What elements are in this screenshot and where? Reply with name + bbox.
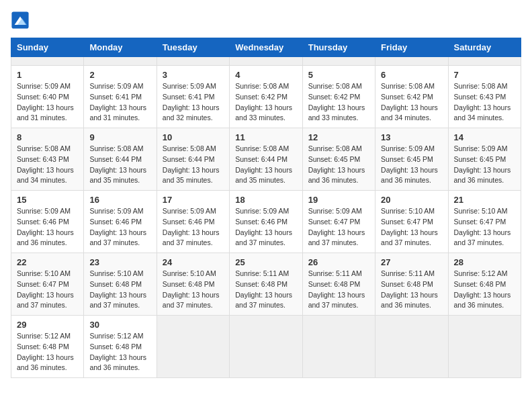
day-info: Sunrise: 5:08 AMSunset: 6:42 PMDaylight:… [308,81,369,124]
day-number: 22 [17,257,78,267]
day-info: Sunrise: 5:09 AMSunset: 6:46 PMDaylight:… [235,206,296,248]
calendar-header: SundayMondayTuesdayWednesdayThursdayFrid… [11,38,521,57]
day-number: 12 [308,132,369,142]
day-number: 29 [17,320,78,330]
day-number: 20 [381,195,442,205]
day-number: 13 [381,132,442,142]
header-cell-sunday: Sunday [11,38,84,57]
day-number: 10 [163,132,224,142]
page-header [11,11,521,30]
week-row-4: 15Sunrise: 5:09 AMSunset: 6:46 PMDayligh… [11,191,521,253]
week-row-3: 8Sunrise: 5:08 AMSunset: 6:43 PMDaylight… [11,128,521,191]
day-info: Sunrise: 5:12 AMSunset: 6:48 PMDaylight:… [454,269,515,311]
day-info: Sunrise: 5:12 AMSunset: 6:48 PMDaylight:… [17,331,78,373]
header-cell-tuesday: Tuesday [157,38,229,57]
day-info: Sunrise: 5:11 AMSunset: 6:48 PMDaylight:… [308,269,369,311]
day-cell [448,57,521,66]
day-cell [448,316,521,378]
header-cell-thursday: Thursday [302,38,375,57]
day-cell: 28Sunrise: 5:12 AMSunset: 6:48 PMDayligh… [448,253,521,316]
day-number: 9 [89,132,150,142]
day-cell [11,57,84,66]
day-number: 15 [17,195,78,205]
day-cell: 22Sunrise: 5:10 AMSunset: 6:47 PMDayligh… [11,253,84,316]
week-row-2: 1Sunrise: 5:09 AMSunset: 6:40 PMDaylight… [11,66,521,128]
logo-icon [11,11,30,30]
day-info: Sunrise: 5:09 AMSunset: 6:47 PMDaylight:… [308,206,369,248]
day-number: 28 [454,257,515,267]
day-info: Sunrise: 5:11 AMSunset: 6:48 PMDaylight:… [235,269,296,311]
day-number: 1 [17,70,78,80]
day-cell: 20Sunrise: 5:10 AMSunset: 6:47 PMDayligh… [375,191,448,253]
day-cell [375,57,448,66]
day-number: 2 [89,70,150,80]
header-cell-monday: Monday [84,38,157,57]
day-info: Sunrise: 5:08 AMSunset: 6:43 PMDaylight:… [454,81,515,124]
day-info: Sunrise: 5:09 AMSunset: 6:45 PMDaylight:… [381,144,442,186]
day-cell: 4Sunrise: 5:08 AMSunset: 6:42 PMDaylight… [230,66,302,128]
day-cell: 17Sunrise: 5:09 AMSunset: 6:46 PMDayligh… [157,191,229,253]
day-number: 14 [454,132,515,142]
day-cell: 25Sunrise: 5:11 AMSunset: 6:48 PMDayligh… [230,253,302,316]
day-number: 8 [17,132,78,142]
day-cell: 16Sunrise: 5:09 AMSunset: 6:46 PMDayligh… [84,191,157,253]
day-cell [230,57,302,66]
day-cell: 6Sunrise: 5:08 AMSunset: 6:42 PMDaylight… [375,66,448,128]
day-info: Sunrise: 5:09 AMSunset: 6:46 PMDaylight:… [163,206,224,248]
day-cell: 13Sunrise: 5:09 AMSunset: 6:45 PMDayligh… [375,128,448,191]
day-cell: 9Sunrise: 5:08 AMSunset: 6:44 PMDaylight… [84,128,157,191]
week-row-6: 29Sunrise: 5:12 AMSunset: 6:48 PMDayligh… [11,316,521,378]
day-cell [157,57,229,66]
day-number: 16 [89,195,150,205]
day-info: Sunrise: 5:09 AMSunset: 6:46 PMDaylight:… [17,206,78,248]
day-cell: 1Sunrise: 5:09 AMSunset: 6:40 PMDaylight… [11,66,84,128]
day-cell [84,57,157,66]
day-info: Sunrise: 5:09 AMSunset: 6:46 PMDaylight:… [89,206,150,248]
day-cell: 12Sunrise: 5:08 AMSunset: 6:45 PMDayligh… [302,128,375,191]
day-info: Sunrise: 5:12 AMSunset: 6:48 PMDaylight:… [89,331,150,373]
day-number: 24 [163,257,224,267]
day-info: Sunrise: 5:08 AMSunset: 6:44 PMDaylight:… [235,144,296,186]
day-cell: 14Sunrise: 5:09 AMSunset: 6:45 PMDayligh… [448,128,521,191]
day-info: Sunrise: 5:10 AMSunset: 6:48 PMDaylight:… [163,269,224,311]
day-info: Sunrise: 5:10 AMSunset: 6:47 PMDaylight:… [454,206,515,248]
day-info: Sunrise: 5:08 AMSunset: 6:44 PMDaylight:… [163,144,224,186]
day-cell: 2Sunrise: 5:09 AMSunset: 6:41 PMDaylight… [84,66,157,128]
day-info: Sunrise: 5:08 AMSunset: 6:43 PMDaylight:… [17,144,78,186]
week-row-1 [11,57,521,66]
day-number: 19 [308,195,369,205]
day-info: Sunrise: 5:10 AMSunset: 6:47 PMDaylight:… [381,206,442,248]
calendar-body: 1Sunrise: 5:09 AMSunset: 6:40 PMDaylight… [11,57,521,378]
day-info: Sunrise: 5:09 AMSunset: 6:40 PMDaylight:… [17,81,78,124]
day-cell [230,316,302,378]
day-cell: 10Sunrise: 5:08 AMSunset: 6:44 PMDayligh… [157,128,229,191]
day-cell: 21Sunrise: 5:10 AMSunset: 6:47 PMDayligh… [448,191,521,253]
day-info: Sunrise: 5:08 AMSunset: 6:44 PMDaylight:… [89,144,150,186]
day-number: 7 [454,70,515,80]
day-cell: 8Sunrise: 5:08 AMSunset: 6:43 PMDaylight… [11,128,84,191]
day-info: Sunrise: 5:09 AMSunset: 6:41 PMDaylight:… [89,81,150,124]
day-cell: 27Sunrise: 5:11 AMSunset: 6:48 PMDayligh… [375,253,448,316]
day-info: Sunrise: 5:08 AMSunset: 6:45 PMDaylight:… [308,144,369,186]
day-number: 18 [235,195,296,205]
day-info: Sunrise: 5:09 AMSunset: 6:45 PMDaylight:… [454,144,515,186]
day-cell: 29Sunrise: 5:12 AMSunset: 6:48 PMDayligh… [11,316,84,378]
header-cell-saturday: Saturday [448,38,521,57]
day-info: Sunrise: 5:08 AMSunset: 6:42 PMDaylight:… [235,81,296,124]
day-cell: 19Sunrise: 5:09 AMSunset: 6:47 PMDayligh… [302,191,375,253]
day-cell [157,316,229,378]
day-cell: 24Sunrise: 5:10 AMSunset: 6:48 PMDayligh… [157,253,229,316]
day-cell: 26Sunrise: 5:11 AMSunset: 6:48 PMDayligh… [302,253,375,316]
day-info: Sunrise: 5:09 AMSunset: 6:41 PMDaylight:… [163,81,224,124]
day-cell: 3Sunrise: 5:09 AMSunset: 6:41 PMDaylight… [157,66,229,128]
day-number: 4 [235,70,296,80]
logo [11,11,32,30]
header-cell-friday: Friday [375,38,448,57]
day-cell: 18Sunrise: 5:09 AMSunset: 6:46 PMDayligh… [230,191,302,253]
day-number: 27 [381,257,442,267]
day-number: 11 [235,132,296,142]
day-cell [375,316,448,378]
day-number: 17 [163,195,224,205]
day-cell [302,57,375,66]
day-number: 5 [308,70,369,80]
